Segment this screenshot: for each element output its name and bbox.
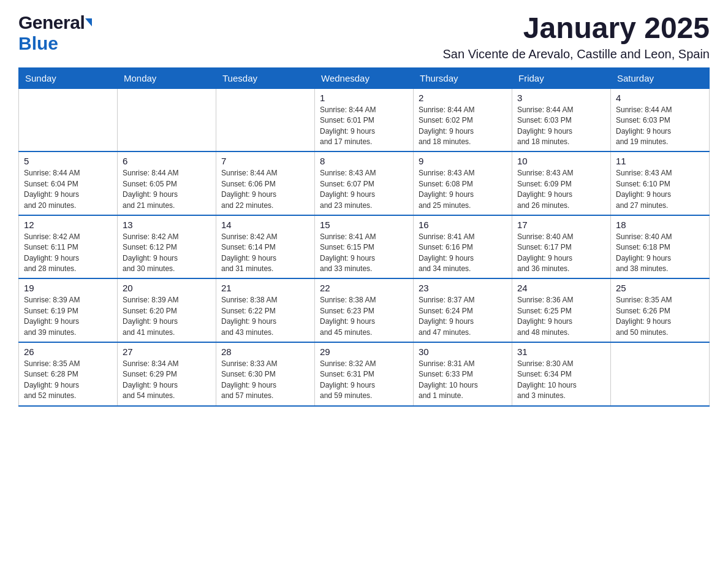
calendar-cell-w5-d6: 31Sunrise: 8:30 AMSunset: 6:34 PMDayligh… <box>512 342 611 406</box>
day-number: 8 <box>320 156 408 166</box>
calendar-cell-w3-d3: 14Sunrise: 8:42 AMSunset: 6:14 PMDayligh… <box>216 215 315 279</box>
day-info: Sunrise: 8:42 AMSunset: 6:12 PMDaylight:… <box>123 232 211 275</box>
day-info: Sunrise: 8:33 AMSunset: 6:30 PMDaylight:… <box>221 359 309 402</box>
day-info: Sunrise: 8:44 AMSunset: 6:02 PMDaylight:… <box>419 105 507 148</box>
day-info: Sunrise: 8:30 AMSunset: 6:34 PMDaylight:… <box>517 359 605 402</box>
calendar-cell-w5-d1: 26Sunrise: 8:35 AMSunset: 6:28 PMDayligh… <box>19 342 118 406</box>
calendar-cell-w2-d1: 5Sunrise: 8:44 AMSunset: 6:04 PMDaylight… <box>19 151 118 215</box>
day-info: Sunrise: 8:43 AMSunset: 6:07 PMDaylight:… <box>320 168 408 211</box>
calendar-cell-w3-d2: 13Sunrise: 8:42 AMSunset: 6:12 PMDayligh… <box>118 215 216 279</box>
header-monday: Monday <box>118 67 216 88</box>
week-row-2: 5Sunrise: 8:44 AMSunset: 6:04 PMDaylight… <box>19 151 710 215</box>
day-info: Sunrise: 8:32 AMSunset: 6:31 PMDaylight:… <box>320 359 408 402</box>
day-info: Sunrise: 8:44 AMSunset: 6:05 PMDaylight:… <box>123 168 211 211</box>
calendar-cell-w5-d2: 27Sunrise: 8:34 AMSunset: 6:29 PMDayligh… <box>118 342 216 406</box>
day-info: Sunrise: 8:31 AMSunset: 6:33 PMDaylight:… <box>419 359 507 402</box>
calendar-cell-w4-d7: 25Sunrise: 8:35 AMSunset: 6:26 PMDayligh… <box>611 278 710 342</box>
day-number: 6 <box>123 156 211 166</box>
calendar-cell-w2-d2: 6Sunrise: 8:44 AMSunset: 6:05 PMDaylight… <box>118 151 216 215</box>
calendar-cell-w5-d3: 28Sunrise: 8:33 AMSunset: 6:30 PMDayligh… <box>216 342 315 406</box>
day-info: Sunrise: 8:39 AMSunset: 6:19 PMDaylight:… <box>24 295 112 338</box>
day-info: Sunrise: 8:37 AMSunset: 6:24 PMDaylight:… <box>419 295 507 338</box>
day-info: Sunrise: 8:43 AMSunset: 6:10 PMDaylight:… <box>616 168 704 211</box>
page-header: General Blue January 2025 San Vicente de… <box>18 12 710 61</box>
calendar-cell-w3-d4: 15Sunrise: 8:41 AMSunset: 6:15 PMDayligh… <box>315 215 414 279</box>
day-info: Sunrise: 8:35 AMSunset: 6:26 PMDaylight:… <box>616 295 704 338</box>
day-info: Sunrise: 8:40 AMSunset: 6:18 PMDaylight:… <box>616 232 704 275</box>
week-row-1: 1Sunrise: 8:44 AMSunset: 6:01 PMDaylight… <box>19 88 710 151</box>
calendar-cell-w5-d4: 29Sunrise: 8:32 AMSunset: 6:31 PMDayligh… <box>315 342 414 406</box>
day-info: Sunrise: 8:42 AMSunset: 6:11 PMDaylight:… <box>24 232 112 275</box>
calendar-body: 1Sunrise: 8:44 AMSunset: 6:01 PMDaylight… <box>19 88 710 405</box>
day-info: Sunrise: 8:44 AMSunset: 6:03 PMDaylight:… <box>616 105 704 148</box>
day-number: 24 <box>517 283 605 293</box>
day-number: 29 <box>320 347 408 357</box>
day-number: 19 <box>24 283 112 293</box>
calendar-cell-w1-d3 <box>216 88 315 151</box>
calendar-cell-w3-d6: 17Sunrise: 8:40 AMSunset: 6:17 PMDayligh… <box>512 215 611 279</box>
header-friday: Friday <box>512 67 611 88</box>
calendar-cell-w1-d2 <box>118 88 216 151</box>
day-number: 11 <box>616 156 704 166</box>
week-row-4: 19Sunrise: 8:39 AMSunset: 6:19 PMDayligh… <box>19 278 710 342</box>
day-number: 15 <box>320 220 408 230</box>
day-info: Sunrise: 8:44 AMSunset: 6:06 PMDaylight:… <box>221 168 309 211</box>
location-title: San Vicente de Arevalo, Castille and Leo… <box>443 47 710 61</box>
day-number: 2 <box>419 93 507 103</box>
calendar-table: SundayMondayTuesdayWednesdayThursdayFrid… <box>18 67 710 407</box>
day-number: 12 <box>24 220 112 230</box>
day-info: Sunrise: 8:41 AMSunset: 6:15 PMDaylight:… <box>320 232 408 275</box>
calendar-cell-w4-d2: 20Sunrise: 8:39 AMSunset: 6:20 PMDayligh… <box>118 278 216 342</box>
header-wednesday: Wednesday <box>315 67 414 88</box>
header-sunday: Sunday <box>19 67 118 88</box>
calendar-cell-w4-d3: 21Sunrise: 8:38 AMSunset: 6:22 PMDayligh… <box>216 278 315 342</box>
day-number: 30 <box>419 347 507 357</box>
day-number: 28 <box>221 347 309 357</box>
calendar-cell-w3-d7: 18Sunrise: 8:40 AMSunset: 6:18 PMDayligh… <box>611 215 710 279</box>
calendar-cell-w1-d4: 1Sunrise: 8:44 AMSunset: 6:01 PMDaylight… <box>315 88 414 151</box>
day-number: 31 <box>517 347 605 357</box>
day-info: Sunrise: 8:35 AMSunset: 6:28 PMDaylight:… <box>24 359 112 402</box>
day-number: 17 <box>517 220 605 230</box>
day-number: 16 <box>419 220 507 230</box>
calendar-cell-w2-d6: 10Sunrise: 8:43 AMSunset: 6:09 PMDayligh… <box>512 151 611 215</box>
day-info: Sunrise: 8:44 AMSunset: 6:04 PMDaylight:… <box>24 168 112 211</box>
day-number: 25 <box>616 283 704 293</box>
header-thursday: Thursday <box>414 67 512 88</box>
week-row-5: 26Sunrise: 8:35 AMSunset: 6:28 PMDayligh… <box>19 342 710 406</box>
day-number: 20 <box>123 283 211 293</box>
day-number: 10 <box>517 156 605 166</box>
week-row-3: 12Sunrise: 8:42 AMSunset: 6:11 PMDayligh… <box>19 215 710 279</box>
day-number: 5 <box>24 156 112 166</box>
calendar-cell-w2-d7: 11Sunrise: 8:43 AMSunset: 6:10 PMDayligh… <box>611 151 710 215</box>
day-info: Sunrise: 8:40 AMSunset: 6:17 PMDaylight:… <box>517 232 605 275</box>
calendar-cell-w3-d5: 16Sunrise: 8:41 AMSunset: 6:16 PMDayligh… <box>414 215 512 279</box>
day-info: Sunrise: 8:38 AMSunset: 6:23 PMDaylight:… <box>320 295 408 338</box>
calendar-cell-w1-d7: 4Sunrise: 8:44 AMSunset: 6:03 PMDaylight… <box>611 88 710 151</box>
logo: General Blue <box>18 12 92 54</box>
calendar-cell-w1-d1 <box>19 88 118 151</box>
calendar-cell-w4-d5: 23Sunrise: 8:37 AMSunset: 6:24 PMDayligh… <box>414 278 512 342</box>
day-number: 21 <box>221 283 309 293</box>
day-info: Sunrise: 8:38 AMSunset: 6:22 PMDaylight:… <box>221 295 309 338</box>
day-info: Sunrise: 8:43 AMSunset: 6:09 PMDaylight:… <box>517 168 605 211</box>
day-info: Sunrise: 8:44 AMSunset: 6:03 PMDaylight:… <box>517 105 605 148</box>
day-number: 9 <box>419 156 507 166</box>
logo-arrow-icon <box>85 18 92 26</box>
day-info: Sunrise: 8:41 AMSunset: 6:16 PMDaylight:… <box>419 232 507 275</box>
day-info: Sunrise: 8:43 AMSunset: 6:08 PMDaylight:… <box>419 168 507 211</box>
day-info: Sunrise: 8:36 AMSunset: 6:25 PMDaylight:… <box>517 295 605 338</box>
day-number: 3 <box>517 93 605 103</box>
day-number: 23 <box>419 283 507 293</box>
day-info: Sunrise: 8:34 AMSunset: 6:29 PMDaylight:… <box>123 359 211 402</box>
day-info: Sunrise: 8:44 AMSunset: 6:01 PMDaylight:… <box>320 105 408 148</box>
calendar-cell-w4-d1: 19Sunrise: 8:39 AMSunset: 6:19 PMDayligh… <box>19 278 118 342</box>
calendar-header: SundayMondayTuesdayWednesdayThursdayFrid… <box>19 67 710 88</box>
day-number: 18 <box>616 220 704 230</box>
day-info: Sunrise: 8:42 AMSunset: 6:14 PMDaylight:… <box>221 232 309 275</box>
day-number: 27 <box>123 347 211 357</box>
calendar-cell-w4-d4: 22Sunrise: 8:38 AMSunset: 6:23 PMDayligh… <box>315 278 414 342</box>
day-number: 1 <box>320 93 408 103</box>
calendar-cell-w5-d7 <box>611 342 710 406</box>
header-saturday: Saturday <box>611 67 710 88</box>
